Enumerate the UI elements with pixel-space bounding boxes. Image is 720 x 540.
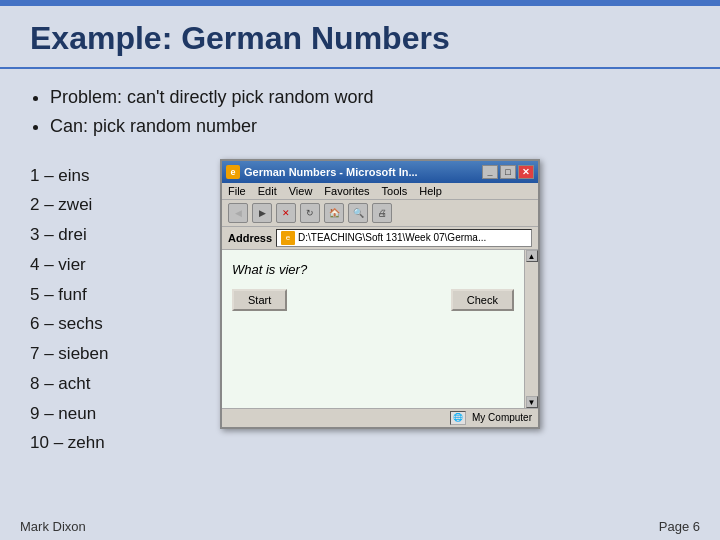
maximize-button[interactable]: □ [500, 165, 516, 179]
list-item: 1 – eins [30, 161, 200, 191]
check-button[interactable]: Check [451, 289, 514, 311]
window-controls: _ □ ✕ [482, 165, 534, 179]
status-icon: 🌐 [450, 411, 466, 425]
browser-title: e German Numbers - Microsoft In... [226, 165, 418, 179]
bullet-list: Problem: can't directly pick random word… [0, 83, 720, 151]
address-label: Address [228, 232, 272, 244]
browser-window: e German Numbers - Microsoft In... _ □ ✕… [220, 159, 540, 429]
browser-icon: e [226, 165, 240, 179]
menu-help[interactable]: Help [419, 185, 442, 197]
list-item: 4 – vier [30, 250, 200, 280]
forward-button[interactable]: ▶ [252, 203, 272, 223]
browser-titlebar: e German Numbers - Microsoft In... _ □ ✕ [222, 161, 538, 183]
slide: Example: German Numbers Problem: can't d… [0, 0, 720, 540]
footer: Mark Dixon Page 6 [20, 519, 700, 534]
print-button[interactable]: 🖨 [372, 203, 392, 223]
back-button[interactable]: ◀ [228, 203, 248, 223]
search-button[interactable]: 🔍 [348, 203, 368, 223]
author-name: Mark Dixon [20, 519, 86, 534]
scrollbar[interactable]: ▲ ▼ [524, 250, 538, 408]
refresh-button[interactable]: ↻ [300, 203, 320, 223]
slide-title: Example: German Numbers [0, 6, 720, 69]
browser-content: What is vier? Start Check [222, 250, 524, 408]
menu-file[interactable]: File [228, 185, 246, 197]
browser-action-buttons: Start Check [232, 289, 514, 311]
scroll-down-button[interactable]: ▼ [526, 396, 538, 408]
list-item: 3 – drei [30, 220, 200, 250]
number-list: 1 – eins 2 – zwei 3 – drei 4 – vier 5 – … [30, 161, 200, 459]
address-icon: e [281, 231, 295, 245]
list-item: 8 – acht [30, 369, 200, 399]
bullet-item-2: Can: pick random number [50, 112, 690, 141]
content-area: 1 – eins 2 – zwei 3 – drei 4 – vier 5 – … [0, 151, 720, 459]
status-text: My Computer [472, 412, 532, 423]
list-item: 2 – zwei [30, 190, 200, 220]
address-bar-row: Address e D:\TEACHING\Soft 131\Week 07\G… [222, 227, 538, 250]
scroll-up-button[interactable]: ▲ [526, 250, 538, 262]
menu-tools[interactable]: Tools [382, 185, 408, 197]
start-button[interactable]: Start [232, 289, 287, 311]
list-item: 9 – neun [30, 399, 200, 429]
home-button[interactable]: 🏠 [324, 203, 344, 223]
question-text: What is vier? [232, 262, 514, 277]
page-number: Page 6 [659, 519, 700, 534]
minimize-button[interactable]: _ [482, 165, 498, 179]
list-item: 10 – zehn [30, 428, 200, 458]
list-item: 7 – sieben [30, 339, 200, 369]
close-button[interactable]: ✕ [518, 165, 534, 179]
stop-button[interactable]: ✕ [276, 203, 296, 223]
menu-view[interactable]: View [289, 185, 313, 197]
browser-toolbar: ◀ ▶ ✕ ↻ 🏠 🔍 🖨 [222, 200, 538, 227]
menu-bar: File Edit View Favorites Tools Help [222, 183, 538, 200]
menu-edit[interactable]: Edit [258, 185, 277, 197]
status-bar: 🌐 My Computer [222, 408, 538, 427]
menu-favorites[interactable]: Favorites [324, 185, 369, 197]
list-item: 6 – sechs [30, 309, 200, 339]
browser-body: What is vier? Start Check ▲ ▼ [222, 250, 538, 408]
list-item: 5 – funf [30, 280, 200, 310]
bullet-item-1: Problem: can't directly pick random word [50, 83, 690, 112]
address-input[interactable]: e D:\TEACHING\Soft 131\Week 07\Germa... [276, 229, 532, 247]
